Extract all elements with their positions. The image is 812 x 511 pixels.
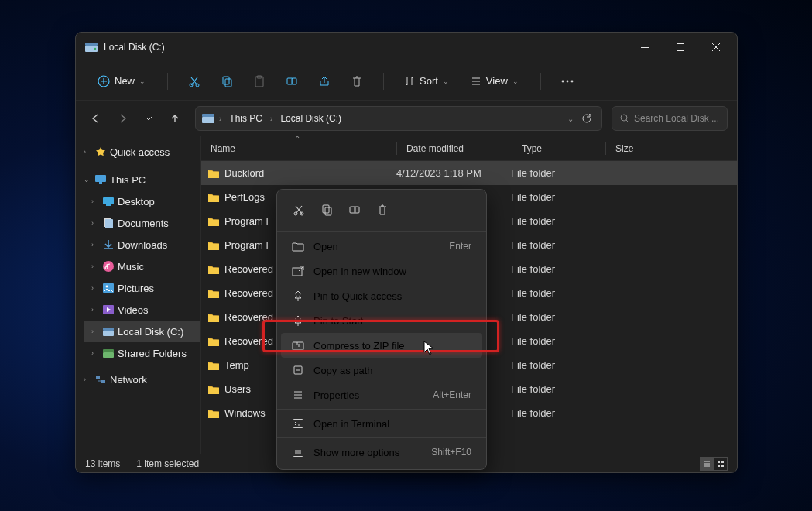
rename-button[interactable]: [278, 68, 306, 94]
column-date[interactable]: Date modified: [397, 143, 512, 154]
svg-rect-37: [721, 461, 724, 463]
trash-icon: [351, 75, 363, 87]
file-type: File folder: [511, 191, 604, 203]
ctx-pin-quick[interactable]: Pin to Quick access: [281, 283, 482, 308]
folder-icon: [207, 192, 220, 203]
maximize-button[interactable]: [663, 33, 698, 62]
svg-point-15: [566, 80, 568, 82]
address-bar[interactable]: › This PC › Local Disk (C:) ⌄: [195, 106, 602, 131]
minimize-button[interactable]: [627, 33, 663, 62]
thumbnails-view-toggle[interactable]: [714, 457, 728, 471]
file-name: Recovered: [224, 335, 273, 347]
file-name: Ducklord: [224, 167, 264, 179]
folder-icon: [207, 240, 220, 251]
pin-icon: [292, 314, 304, 327]
svg-rect-18: [202, 114, 214, 117]
file-name: Recovered: [224, 311, 273, 323]
tree-quick-access[interactable]: › Quick access: [76, 141, 200, 163]
search-input[interactable]: Search Local Disk ...: [612, 106, 728, 131]
tree-local-disk-c[interactable]: ›Local Disk (C:): [84, 321, 200, 342]
svg-rect-32: [103, 352, 114, 358]
sort-asc-icon: ⌃: [294, 136, 300, 143]
cut-button[interactable]: [180, 68, 208, 94]
ctx-open-terminal[interactable]: Open in Terminal: [281, 411, 482, 436]
pin-icon: [292, 290, 304, 302]
file-name: Windows: [224, 407, 266, 419]
plus-circle-icon: [98, 75, 110, 87]
ctx-pin-start[interactable]: Pin to Start: [281, 308, 482, 333]
ctx-open-new-window[interactable]: Open in new window: [281, 259, 482, 283]
ctx-compress-zip[interactable]: Compress to ZIP file: [281, 333, 482, 358]
tree-desktop[interactable]: ›Desktop: [84, 190, 200, 212]
table-row[interactable]: Ducklord4/12/2023 1:18 PMFile folder: [201, 161, 737, 185]
svg-point-28: [106, 286, 108, 288]
folder-icon: [207, 168, 220, 179]
terminal-icon: [292, 417, 304, 430]
new-button[interactable]: New ⌄: [90, 70, 155, 92]
column-name[interactable]: Name: [201, 143, 396, 154]
tree-videos[interactable]: ›Videos: [84, 299, 200, 321]
tree-downloads[interactable]: ›Downloads: [84, 234, 200, 256]
new-window-icon: [292, 265, 304, 277]
tree-documents[interactable]: ›Documents: [84, 212, 200, 234]
view-button[interactable]: View ⌄: [463, 70, 528, 91]
svg-point-2: [94, 48, 96, 50]
ctx-copy-path[interactable]: Copy as path: [281, 358, 482, 382]
ctx-copy-button[interactable]: [314, 197, 339, 222]
svg-point-14: [561, 80, 564, 82]
recent-locations-button[interactable]: [138, 108, 159, 129]
sidebar: › Quick access ⌄ This PC ›Desktop ›Docum…: [76, 136, 201, 454]
chevron-right-icon: ›: [84, 376, 91, 383]
paste-button[interactable]: [245, 68, 273, 94]
svg-rect-9: [225, 79, 231, 87]
tree-pictures[interactable]: ›Pictures: [84, 277, 200, 299]
column-headers: ⌃ Name Date modified Type Size: [201, 136, 737, 161]
shared-folders-icon: [102, 347, 115, 359]
more-button[interactable]: [553, 68, 581, 94]
file-type: File folder: [511, 311, 604, 323]
file-name: Users: [224, 383, 251, 395]
tree-network[interactable]: ›Network: [76, 369, 200, 390]
chevron-right-icon: ›: [91, 328, 99, 335]
tree-music[interactable]: ›Music: [84, 256, 200, 277]
breadcrumb-this-pc[interactable]: This PC: [226, 111, 266, 125]
ctx-delete-button[interactable]: [370, 197, 395, 222]
refresh-button[interactable]: [578, 108, 595, 129]
details-view-toggle[interactable]: [700, 457, 714, 471]
folder-icon: [207, 360, 220, 371]
ctx-cut-button[interactable]: [286, 197, 311, 222]
forward-button[interactable]: [111, 108, 133, 129]
svg-rect-34: [96, 376, 100, 379]
share-button[interactable]: [310, 68, 338, 94]
sort-button[interactable]: Sort ⌄: [396, 70, 458, 91]
ctx-properties[interactable]: Properties Alt+Enter: [281, 382, 482, 407]
chevron-right-icon: ›: [91, 262, 99, 270]
ctx-show-more[interactable]: Show more options Shift+F10: [281, 440, 482, 465]
view-icon: [471, 76, 481, 87]
chevron-right-icon: ›: [91, 241, 99, 249]
back-button[interactable]: [85, 108, 107, 129]
trash-icon: [376, 204, 389, 216]
breadcrumb-local-disk[interactable]: Local Disk (C:): [277, 111, 344, 125]
file-type: File folder: [511, 359, 604, 371]
svg-rect-39: [721, 465, 724, 467]
ctx-rename-button[interactable]: [342, 197, 367, 222]
tree-this-pc[interactable]: ⌄ This PC: [76, 169, 200, 190]
tree-shared-folders[interactable]: ›Shared Folders: [84, 342, 200, 364]
folder-icon: [207, 312, 220, 323]
copy-button[interactable]: [213, 68, 241, 94]
clipboard-icon: [253, 75, 266, 87]
file-type: File folder: [511, 383, 604, 395]
svg-point-16: [570, 80, 573, 82]
up-button[interactable]: [164, 108, 186, 129]
column-type[interactable]: Type: [512, 143, 605, 154]
file-name: Recovered: [224, 287, 273, 299]
folder-icon: [207, 216, 220, 227]
ctx-open[interactable]: Open Enter: [281, 234, 482, 259]
chevron-down-icon[interactable]: ⌄: [567, 115, 574, 123]
sort-icon: [404, 76, 415, 87]
star-icon: [94, 146, 107, 158]
column-size[interactable]: Size: [606, 143, 668, 154]
close-button[interactable]: [698, 33, 734, 62]
delete-button[interactable]: [343, 68, 371, 94]
